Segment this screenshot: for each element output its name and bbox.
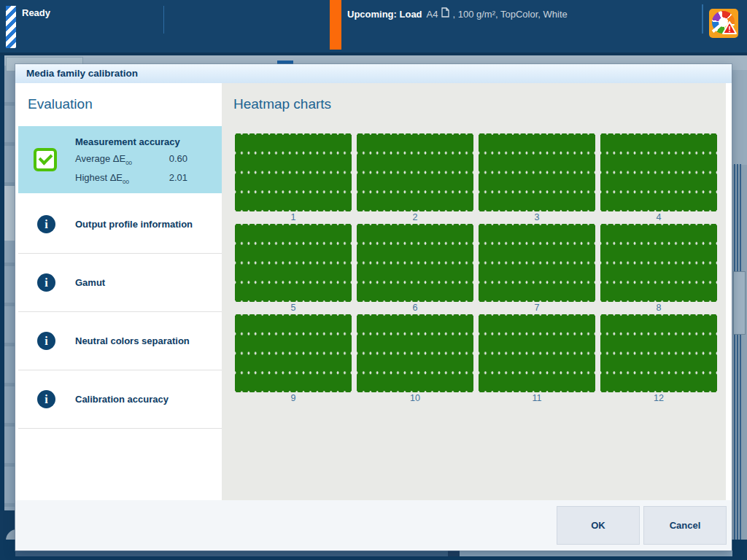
- background-footer-segment: [15, 551, 448, 556]
- heatmap-chart: [357, 224, 473, 302]
- info-icon: i: [37, 390, 55, 408]
- heatmap-grid: 1 2 3 4 5 6 7 8 9 10 11: [235, 133, 717, 405]
- heatmap-chart: [235, 133, 352, 211]
- upcoming-label: Upcoming: Load: [347, 9, 422, 20]
- heatmap-chart: [235, 224, 352, 302]
- list-item-calibration-accuracy[interactable]: i Calibration accuracy: [18, 370, 222, 429]
- background-footer-segment: [460, 551, 732, 556]
- dialog-content: Evaluation Measurement accuracy Average …: [15, 83, 732, 500]
- heatmap-heading: Heatmap charts: [233, 96, 331, 112]
- heatmap-chart-label: 11: [479, 392, 595, 405]
- heatmap-chart: [600, 133, 717, 211]
- heatmap-chart-label: 4: [600, 211, 717, 224]
- info-icon: i: [37, 215, 55, 233]
- evaluation-heading: Evaluation: [28, 96, 93, 112]
- heatmap-cell: 7: [479, 224, 595, 314]
- upcoming-media-name: A4: [427, 9, 438, 20]
- list-item-gamut[interactable]: i Gamut: [18, 254, 222, 312]
- heatmap-chart: [235, 314, 352, 392]
- topbar-divider: [163, 6, 164, 34]
- color-alert-button[interactable]: !: [709, 9, 738, 38]
- heatmap-chart: [600, 224, 717, 302]
- heatmap-panel: Heatmap charts 1 2 3 4 5 6 7 8 9 10: [222, 83, 726, 500]
- average-deltae-value: 0.60: [169, 153, 187, 166]
- upcoming-media-details: , 100 g/m², TopColor, White: [452, 9, 567, 20]
- heatmap-cell: 12: [600, 314, 717, 405]
- info-icon: i: [37, 273, 55, 292]
- heatmap-chart-label: 9: [235, 392, 352, 405]
- average-deltae-label: Average ΔE00: [75, 153, 132, 166]
- list-item-neutral-colors-separation[interactable]: i Neutral colors separation: [18, 312, 222, 370]
- heatmap-chart: [479, 133, 595, 211]
- heatmap-cell: 11: [479, 314, 595, 405]
- printer-status-stripes-icon[interactable]: [6, 6, 16, 48]
- background-scrollbar-handle: [733, 271, 746, 335]
- background-scrollbar-line: [740, 164, 741, 540]
- printer-status-text: Ready: [22, 7, 50, 18]
- heatmap-chart: [357, 133, 473, 211]
- dialog-title: Media family calibration: [26, 68, 138, 79]
- heatmap-chart-label: 2: [357, 211, 473, 224]
- heatmap-chart-label: 8: [600, 302, 717, 314]
- svg-text:!: !: [728, 25, 731, 34]
- background-right-column-top: [732, 70, 747, 165]
- heatmap-chart: [479, 224, 595, 302]
- info-icon: i: [37, 332, 55, 350]
- document-icon: [441, 7, 449, 20]
- highest-deltae-value: 2.01: [169, 172, 187, 185]
- heatmap-cell: 10: [357, 314, 473, 405]
- heatmap-chart-label: 12: [600, 392, 717, 405]
- check-icon: [34, 148, 57, 171]
- heatmap-cell: 5: [235, 224, 352, 314]
- background-left-nav-highlight: [4, 186, 15, 241]
- list-item-measurement-accuracy[interactable]: Measurement accuracy Average ΔE00 0.60 H…: [18, 126, 222, 193]
- heatmap-cell: 9: [235, 314, 352, 405]
- ok-button[interactable]: OK: [557, 506, 640, 545]
- heatmap-cell: 4: [600, 133, 717, 224]
- measurement-accuracy-title: Measurement accuracy: [75, 136, 187, 147]
- background-left-nav-tiles: [4, 66, 15, 510]
- heatmap-chart: [479, 314, 595, 392]
- heatmap-chart-label: 7: [479, 302, 595, 314]
- highest-deltae-label: Highest ΔE00: [75, 172, 129, 185]
- heatmap-cell: 2: [357, 133, 473, 224]
- evaluation-item-list: i Output profile information i Gamut i N…: [18, 195, 222, 429]
- upcoming-job-text: Upcoming: Load A4 , 100 g/m², TopColor, …: [347, 7, 568, 21]
- average-deltae-row: Average ΔE00 0.60: [75, 153, 187, 166]
- media-family-calibration-dialog: Media family calibration Evaluation Meas…: [15, 64, 732, 551]
- heatmap-chart: [600, 314, 717, 392]
- heatmap-cell: 1: [235, 133, 352, 224]
- cancel-button[interactable]: Cancel: [643, 506, 727, 545]
- topbar-bottom-edge: [0, 52, 747, 55]
- heatmap-chart: [357, 314, 473, 392]
- evaluation-panel: Evaluation Measurement accuracy Average …: [18, 83, 222, 500]
- heatmap-chart-label: 6: [357, 302, 473, 314]
- list-item-output-profile-information[interactable]: i Output profile information: [18, 195, 222, 254]
- background-footer-notch: [448, 551, 460, 556]
- heatmap-cell: 6: [357, 224, 473, 314]
- topbar-right-divider: [702, 4, 703, 34]
- heatmap-chart-label: 3: [479, 211, 595, 224]
- heatmap-chart-label: 5: [235, 302, 352, 314]
- upcoming-indicator-bar: [330, 0, 341, 50]
- top-status-bar: Ready Upcoming: Load A4 , 100 g/m², TopC…: [0, 0, 747, 52]
- heatmap-cell: 3: [479, 133, 595, 224]
- background-scrollbar-line: [734, 164, 735, 540]
- dialog-footer: OK Cancel: [15, 500, 732, 551]
- heatmap-chart-label: 1: [235, 211, 352, 224]
- background-scrollbar-line: [737, 164, 738, 540]
- heatmap-cell: 8: [600, 224, 717, 314]
- dialog-header: Media family calibration: [15, 64, 732, 83]
- highest-deltae-row: Highest ΔE00 2.01: [75, 172, 187, 185]
- warning-triangle-icon: !: [722, 21, 737, 37]
- heatmap-chart-label: 10: [357, 392, 473, 405]
